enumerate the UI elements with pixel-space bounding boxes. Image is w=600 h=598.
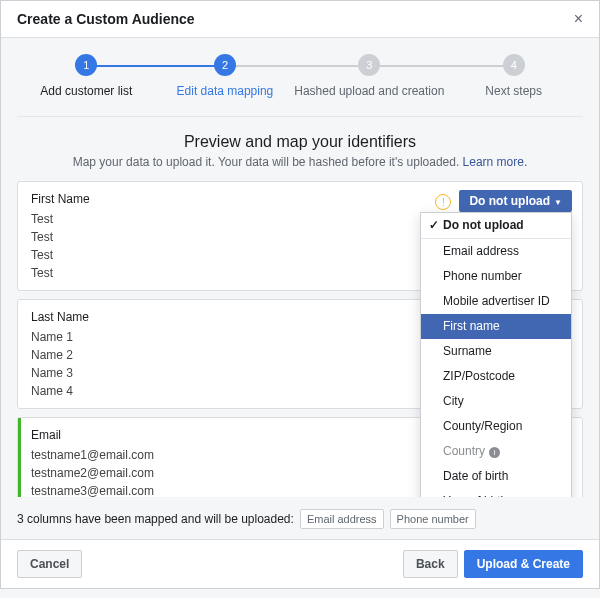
menu-item[interactable]: County/Region (421, 414, 571, 439)
menu-item[interactable]: Surname (421, 339, 571, 364)
menu-item[interactable]: Email address (421, 239, 571, 264)
menu-item-country-header: Countryi (421, 439, 571, 464)
dropdown-label: Do not upload (469, 194, 550, 208)
step-label: Add customer list (17, 84, 156, 98)
modal-body: 1 Add customer list 2 Edit data mapping … (1, 38, 599, 539)
column-card-firstname: First Name Test Test Test Test ! Do not … (17, 181, 583, 291)
step-label: Edit data mapping (156, 84, 295, 98)
stepper: 1 Add customer list 2 Edit data mapping … (17, 54, 583, 117)
column-preview: First Name Test Test Test Test (21, 182, 425, 290)
preview-heading: Preview and map your identifiers Map you… (17, 133, 583, 169)
learn-more-link[interactable]: Learn more. (463, 155, 528, 169)
step-1[interactable]: 1 Add customer list (17, 54, 156, 98)
step-bubble: 1 (75, 54, 97, 76)
close-icon[interactable]: × (574, 11, 583, 27)
mapped-summary: 3 columns have been mapped and will be u… (17, 503, 583, 539)
menu-item[interactable]: Mobile advertiser ID (421, 289, 571, 314)
menu-item[interactable]: Year of birth (421, 489, 571, 497)
preview-subtitle: Map your data to upload it. Your data wi… (17, 155, 583, 169)
mapped-chip: Email address (300, 509, 384, 529)
step-bubble: 4 (503, 54, 525, 76)
columns-list: First Name Test Test Test Test ! Do not … (17, 181, 583, 497)
menu-item[interactable]: City (421, 389, 571, 414)
step-label: Next steps (444, 84, 583, 98)
back-button[interactable]: Back (403, 550, 458, 578)
identifier-dropdown-menu: Do not upload Email address Phone number… (420, 212, 572, 497)
preview-value: Test (31, 210, 415, 228)
summary-text: 3 columns have been mapped and will be u… (17, 512, 294, 526)
modal-footer: Cancel Back Upload & Create (1, 539, 599, 588)
preview-title: Preview and map your identifiers (17, 133, 583, 151)
cancel-button[interactable]: Cancel (17, 550, 82, 578)
modal: Create a Custom Audience × 1 Add custome… (0, 0, 600, 589)
preview-value: Test (31, 228, 415, 246)
preview-value: Test (31, 246, 415, 264)
upload-create-button[interactable]: Upload & Create (464, 550, 583, 578)
menu-item[interactable]: Date of birth (421, 464, 571, 489)
menu-item[interactable]: ZIP/Postcode (421, 364, 571, 389)
step-bubble: 2 (214, 54, 236, 76)
mapped-chip: Phone number (390, 509, 476, 529)
menu-item[interactable]: Phone number (421, 264, 571, 289)
step-2[interactable]: 2 Edit data mapping (156, 54, 295, 98)
step-3[interactable]: 3 Hashed upload and creation (294, 54, 444, 98)
menu-item-first-name[interactable]: First name (421, 314, 571, 339)
modal-title: Create a Custom Audience (17, 11, 195, 27)
preview-value: Test (31, 264, 415, 282)
info-icon: i (489, 447, 500, 458)
step-bubble: 3 (358, 54, 380, 76)
identifier-dropdown-button[interactable]: Do not upload▼ (459, 190, 572, 212)
step-label: Hashed upload and creation (294, 84, 444, 98)
modal-header: Create a Custom Audience × (1, 1, 599, 38)
warning-icon: ! (435, 194, 451, 210)
preview-subtitle-text: Map your data to upload it. Your data wi… (73, 155, 463, 169)
step-4[interactable]: 4 Next steps (444, 54, 583, 98)
caret-down-icon: ▼ (554, 198, 562, 207)
footer-right: Back Upload & Create (403, 550, 583, 578)
menu-item-do-not-upload[interactable]: Do not upload (421, 213, 571, 238)
column-name: First Name (31, 190, 415, 208)
